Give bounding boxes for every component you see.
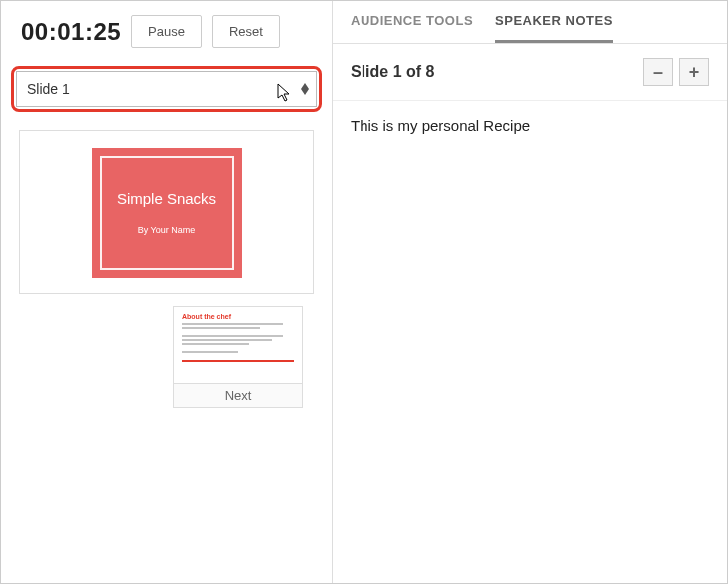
slide-selector-highlight: Slide 1 — [11, 66, 322, 112]
slide-selector[interactable]: Slide 1 — [16, 71, 317, 107]
speaker-notes-content: This is my personal Recipe — [333, 101, 727, 583]
pause-button[interactable]: Pause — [131, 15, 202, 48]
zoom-controls: – + — [643, 58, 709, 86]
tab-speaker-notes[interactable]: SPEAKER NOTES — [495, 13, 613, 43]
notes-header: Slide 1 of 8 – + — [333, 44, 727, 101]
next-thumb-body — [182, 323, 294, 329]
tab-audience-tools[interactable]: AUDIENCE TOOLS — [351, 13, 473, 43]
next-slide-label[interactable]: Next — [173, 384, 303, 408]
timer-row: 00:01:25 Pause Reset — [1, 1, 332, 62]
left-panel: 00:01:25 Pause Reset Slide 1 Simple Snac… — [1, 1, 333, 583]
next-slide-wrap: About the chef Next — [173, 306, 303, 408]
reset-button[interactable]: Reset — [212, 15, 280, 48]
slide-byline-text: By Your Name — [138, 225, 196, 235]
presenter-view: 00:01:25 Pause Reset Slide 1 Simple Snac… — [0, 0, 728, 584]
tabs: AUDIENCE TOOLS SPEAKER NOTES — [333, 1, 727, 44]
zoom-out-button[interactable]: – — [643, 58, 673, 86]
slide-content: Simple Snacks By Your Name — [92, 148, 242, 278]
zoom-in-button[interactable]: + — [679, 58, 709, 86]
next-thumb-body2 — [182, 335, 294, 345]
next-slide-thumb[interactable]: About the chef — [173, 306, 303, 384]
notes-slide-indicator: Slide 1 of 8 — [351, 63, 434, 81]
timer-display: 00:01:25 — [21, 18, 121, 46]
next-thumb-body3 — [182, 351, 294, 353]
slide-title-text: Simple Snacks — [117, 190, 216, 207]
next-thumb-heading: About the chef — [182, 313, 294, 320]
right-panel: AUDIENCE TOOLS SPEAKER NOTES Slide 1 of … — [333, 1, 727, 583]
current-slide-preview[interactable]: Simple Snacks By Your Name — [19, 130, 314, 294]
